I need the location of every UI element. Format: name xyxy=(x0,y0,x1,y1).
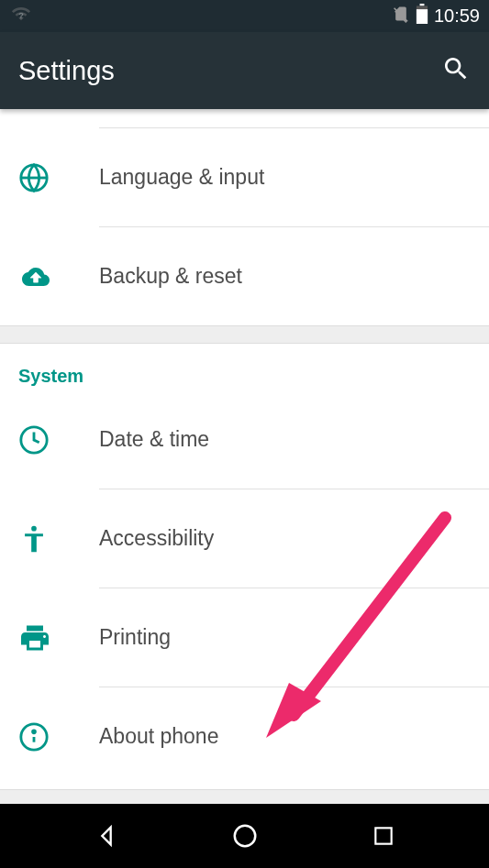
cloud-upload-icon xyxy=(18,263,99,291)
printer-icon xyxy=(18,621,99,654)
settings-item-label: Date & time xyxy=(99,427,489,452)
settings-item-label: Accessibility xyxy=(99,526,489,551)
settings-item-language-input[interactable]: Language & input xyxy=(0,128,489,226)
nav-recents-button[interactable] xyxy=(347,824,420,848)
svg-point-10 xyxy=(33,730,36,732)
navigation-bar xyxy=(0,804,489,868)
section-gap xyxy=(0,789,489,804)
wifi-icon: ? xyxy=(9,4,33,28)
settings-item-label: About phone xyxy=(99,724,489,749)
status-right: 10:59 xyxy=(392,4,480,28)
section-gap xyxy=(0,325,489,344)
settings-item-accessibility[interactable]: Accessibility xyxy=(0,489,489,588)
status-left: ? xyxy=(9,4,33,28)
settings-item-label: Backup & reset xyxy=(99,264,489,289)
search-button[interactable] xyxy=(441,54,471,87)
svg-point-7 xyxy=(31,525,37,531)
globe-icon xyxy=(18,162,99,193)
app-bar: Settings xyxy=(0,32,489,109)
nav-back-button[interactable] xyxy=(70,823,143,849)
accessibility-icon xyxy=(18,523,99,555)
svg-text:?: ? xyxy=(18,11,24,20)
svg-rect-16 xyxy=(375,828,391,843)
settings-item-label: Language & input xyxy=(99,165,489,190)
status-bar: ? 10:59 xyxy=(0,0,489,32)
svg-point-15 xyxy=(234,826,255,847)
status-time: 10:59 xyxy=(434,5,480,27)
svg-rect-1 xyxy=(419,4,424,5)
settings-item-printing[interactable]: Printing xyxy=(0,588,489,687)
section-header-system: System xyxy=(0,344,489,390)
settings-item-label: Printing xyxy=(99,625,489,650)
settings-item-date-time[interactable]: Date & time xyxy=(0,390,489,489)
settings-item-backup-reset[interactable]: Backup & reset xyxy=(0,227,489,325)
settings-item-about-phone[interactable]: About phone xyxy=(0,687,489,786)
svg-marker-14 xyxy=(102,828,110,845)
info-icon xyxy=(18,721,99,753)
no-sim-icon xyxy=(392,5,410,27)
home-icon xyxy=(231,822,259,850)
search-icon xyxy=(441,54,471,83)
clock-icon xyxy=(18,424,99,456)
battery-icon xyxy=(416,4,428,28)
recents-icon xyxy=(372,824,395,848)
svg-rect-3 xyxy=(417,9,428,24)
back-icon xyxy=(94,823,119,849)
nav-home-button[interactable] xyxy=(208,822,282,850)
page-title: Settings xyxy=(18,56,115,86)
settings-list: Language & input Backup & reset System D… xyxy=(0,109,489,804)
